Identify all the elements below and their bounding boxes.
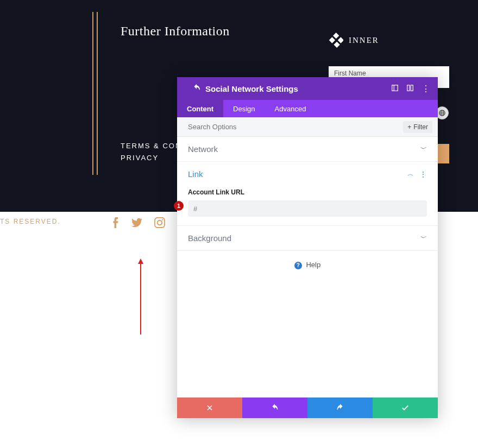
search-input[interactable] <box>188 123 403 131</box>
facebook-icon[interactable] <box>111 217 120 230</box>
svg-rect-0 <box>333 33 339 39</box>
expand-icon[interactable] <box>391 84 399 93</box>
svg-rect-4 <box>392 85 398 91</box>
plus-icon: + <box>407 123 411 131</box>
kebab-icon[interactable]: ⋮ <box>422 84 430 94</box>
chevron-down-icon: ﹀ <box>420 144 427 154</box>
settings-modal: Social Network Settings ⋮ Content Design… <box>177 77 438 418</box>
section-link-body: Account Link URL <box>177 186 438 225</box>
section-link-header[interactable]: Link ︿ ⋮ <box>177 162 438 186</box>
help-label: Help <box>306 261 320 269</box>
modal-spacer <box>177 279 438 397</box>
chevron-up-icon: ︿ <box>407 169 414 179</box>
tab-design[interactable]: Design <box>223 100 265 117</box>
account-link-url-input[interactable] <box>188 200 427 217</box>
brand-name: INNER <box>349 36 379 45</box>
search-row: + Filter <box>177 117 438 137</box>
field-label: Account Link URL <box>188 188 427 196</box>
copyright-text: TS RESERVED. <box>0 218 61 225</box>
svg-rect-1 <box>334 42 339 48</box>
section-title: Network <box>188 144 218 154</box>
modal-header: Social Network Settings ⋮ <box>177 77 438 100</box>
layout-icon[interactable] <box>406 84 414 93</box>
filter-label: Filter <box>413 123 428 131</box>
vertical-rule <box>97 12 98 175</box>
section-network: Network ﹀ <box>177 137 438 162</box>
brand-logo: INNER <box>328 33 379 48</box>
vertical-rule <box>92 12 93 175</box>
confirm-button[interactable] <box>373 397 438 418</box>
cancel-button[interactable] <box>177 397 242 418</box>
page-heading: Further Information <box>121 24 230 39</box>
svg-rect-3 <box>338 37 343 43</box>
chevron-down-icon: ﹀ <box>420 234 427 243</box>
tab-content[interactable]: Content <box>177 100 223 117</box>
section-background: Background ﹀ <box>177 226 438 251</box>
twitter-icon[interactable] <box>131 217 142 230</box>
undo-button[interactable] <box>242 397 307 418</box>
svg-rect-6 <box>411 85 413 91</box>
section-link: Link ︿ ⋮ Account Link URL <box>177 162 438 226</box>
kebab-icon[interactable]: ⋮ <box>419 172 427 176</box>
annotation-badge: 1 <box>174 201 184 211</box>
diamond-icon <box>328 33 343 48</box>
help-row[interactable]: ? Help <box>177 251 438 279</box>
modal-tabs: Content Design Advanced <box>177 100 438 117</box>
instagram-icon[interactable] <box>154 217 165 230</box>
help-icon: ? <box>294 262 302 269</box>
tab-advanced[interactable]: Advanced <box>265 100 316 117</box>
section-title: Background <box>188 234 231 243</box>
modal-footer <box>177 397 438 418</box>
undo-icon[interactable] <box>192 84 201 94</box>
svg-rect-5 <box>407 85 410 91</box>
section-title: Link <box>188 169 203 179</box>
social-row <box>111 217 165 230</box>
annotation-arrow <box>140 260 141 335</box>
filter-button[interactable]: + Filter <box>403 121 432 133</box>
svg-rect-2 <box>329 37 335 43</box>
section-network-header[interactable]: Network ﹀ <box>177 137 438 161</box>
modal-title: Social Network Settings <box>205 84 383 93</box>
section-background-header[interactable]: Background ﹀ <box>177 226 438 250</box>
redo-button[interactable] <box>307 397 373 418</box>
